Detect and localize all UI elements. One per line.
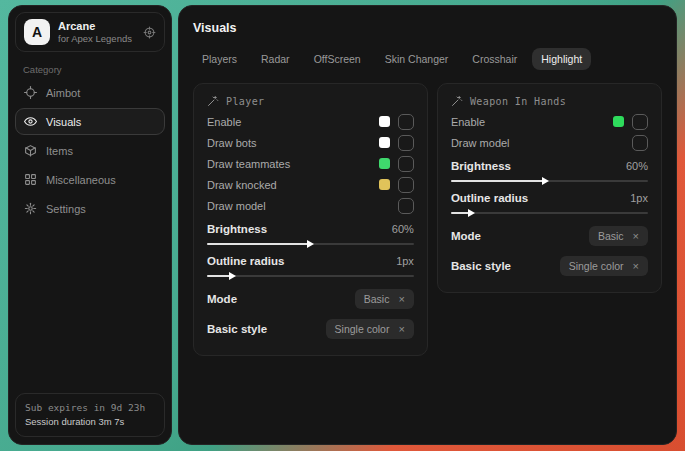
select-value: Basic: [598, 230, 624, 242]
toggle-label: Enable: [207, 116, 241, 128]
toggle-label: Draw knocked: [207, 179, 277, 191]
slider-label: Outline radius: [451, 192, 528, 204]
select-mode[interactable]: Basic×: [589, 226, 648, 246]
slider-track[interactable]: [207, 272, 414, 280]
tab-highlight[interactable]: Highlight: [532, 48, 591, 70]
sidebar-item-items[interactable]: Items: [15, 137, 165, 164]
select-mode[interactable]: Basic×: [355, 289, 414, 309]
sidebar-item-label: Aimbot: [46, 87, 80, 99]
panel-header: Player: [207, 95, 414, 107]
toggle-row-draw-knocked: Draw knocked: [207, 174, 414, 195]
tab-players[interactable]: Players: [193, 48, 246, 70]
slider-track[interactable]: [207, 240, 414, 248]
toggle-controls: [632, 135, 648, 151]
main-panel: Visuals PlayersRadarOffScreenSkin Change…: [178, 5, 677, 445]
app-header: A Arcane for Apex Legends: [15, 12, 165, 52]
app-logo: A: [24, 19, 50, 45]
sidebar-item-settings[interactable]: Settings: [15, 195, 165, 222]
select-basic-style[interactable]: Single color×: [560, 256, 648, 276]
slider-thumb[interactable]: [468, 209, 475, 217]
slider-track-bg: [207, 275, 414, 277]
checkbox[interactable]: [398, 135, 414, 151]
slider-brightness: Brightness60%: [207, 223, 414, 248]
color-swatch[interactable]: [379, 179, 390, 190]
wand-icon: [207, 95, 219, 107]
slider-value: 1px: [396, 255, 414, 267]
slider-outline-radius: Outline radius1px: [207, 255, 414, 280]
close-icon[interactable]: ×: [633, 261, 639, 271]
slider-label-row: Brightness60%: [451, 160, 648, 172]
close-icon[interactable]: ×: [398, 294, 404, 304]
toggle-row-draw-teammates: Draw teammates: [207, 153, 414, 174]
slider-track[interactable]: [451, 177, 648, 185]
checkbox[interactable]: [398, 177, 414, 193]
tab-crosshair[interactable]: Crosshair: [463, 48, 526, 70]
sidebar-item-visuals[interactable]: Visuals: [15, 108, 165, 135]
sidebar: A Arcane for Apex Legends Category Aimbo…: [8, 5, 172, 445]
slider-track[interactable]: [451, 209, 648, 217]
tab-skin-changer[interactable]: Skin Changer: [376, 48, 458, 70]
panel-player: PlayerEnableDraw botsDraw teammatesDraw …: [193, 83, 428, 356]
color-swatch[interactable]: [379, 137, 390, 148]
page-title: Visuals: [193, 21, 662, 35]
slider-fill: [451, 180, 546, 182]
panel-title: Weapon In Hands: [470, 96, 566, 107]
toggle-row-enable: Enable: [207, 111, 414, 132]
sidebar-nav: AimbotVisualsItemsMiscellaneousSettings: [9, 79, 171, 222]
slider-thumb[interactable]: [229, 272, 236, 280]
sidebar-item-label: Items: [46, 145, 73, 157]
select-row-basic-style: Basic styleSingle color×: [207, 315, 414, 342]
slider-label: Brightness: [207, 223, 267, 235]
toggle-row-draw-model: Draw model: [451, 132, 648, 153]
color-swatch[interactable]: [379, 116, 390, 127]
slider-value: 60%: [626, 160, 648, 172]
slider-thumb[interactable]: [307, 240, 314, 248]
slider-label-row: Outline radius1px: [207, 255, 414, 267]
sidebar-item-label: Visuals: [46, 116, 81, 128]
checkbox[interactable]: [398, 198, 414, 214]
checkbox[interactable]: [632, 114, 648, 130]
checkbox[interactable]: [632, 135, 648, 151]
toggle-controls: [379, 135, 414, 151]
tab-offscreen[interactable]: OffScreen: [305, 48, 370, 70]
slider-label: Outline radius: [207, 255, 284, 267]
cube-icon: [24, 144, 37, 157]
close-icon[interactable]: ×: [633, 231, 639, 241]
grid-icon: [24, 173, 37, 186]
sidebar-item-label: Miscellaneous: [46, 174, 116, 186]
sidebar-item-aimbot[interactable]: Aimbot: [15, 79, 165, 106]
slider-thumb[interactable]: [542, 177, 549, 185]
crosshair-icon: [24, 86, 37, 99]
checkbox[interactable]: [398, 114, 414, 130]
close-icon[interactable]: ×: [398, 324, 404, 334]
select-row-basic-style: Basic styleSingle color×: [451, 252, 648, 279]
sidebar-item-miscellaneous[interactable]: Miscellaneous: [15, 166, 165, 193]
subscription-info: Sub expires in 9d 23h Session duration 3…: [15, 393, 165, 437]
app-title: Arcane: [58, 20, 135, 33]
slider-outline-radius: Outline radius1px: [451, 192, 648, 217]
category-label: Category: [23, 64, 171, 75]
select-basic-style[interactable]: Single color×: [326, 319, 414, 339]
tab-radar[interactable]: Radar: [252, 48, 299, 70]
checkbox[interactable]: [398, 156, 414, 172]
select-row-mode: ModeBasic×: [207, 285, 414, 312]
select-value: Single color: [335, 323, 390, 335]
tab-bar: PlayersRadarOffScreenSkin ChangerCrossha…: [193, 48, 662, 70]
sub-expires-text: Sub expires in 9d 23h: [25, 401, 155, 415]
toggle-controls: [398, 198, 414, 214]
slider-label: Brightness: [451, 160, 511, 172]
eye-icon: [24, 115, 37, 128]
select-value: Basic: [364, 293, 390, 305]
slider-fill: [207, 243, 310, 245]
slider-track-bg: [451, 212, 648, 214]
toggle-row-enable: Enable: [451, 111, 648, 132]
select-label: Basic style: [451, 260, 511, 272]
target-icon[interactable]: [143, 26, 156, 39]
select-row-mode: ModeBasic×: [451, 222, 648, 249]
sidebar-item-label: Settings: [46, 203, 86, 215]
slider-value: 60%: [392, 223, 414, 235]
gear-icon: [24, 202, 37, 215]
color-swatch[interactable]: [379, 158, 390, 169]
toggle-controls: [379, 114, 414, 130]
color-swatch[interactable]: [613, 116, 624, 127]
